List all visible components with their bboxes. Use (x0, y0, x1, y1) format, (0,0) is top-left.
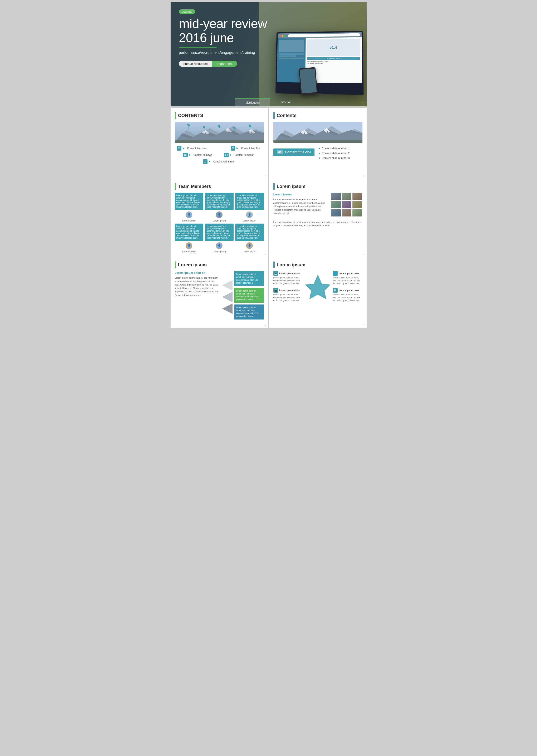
team-name-6: Lorem ipsum (243, 250, 256, 253)
slide2b-content: 01 Content title one Content slide numbe… (273, 146, 362, 160)
item-04: 04 Content item four (224, 153, 255, 157)
star-item-tl-header: 💻 Lorem ipsum dolor (273, 271, 303, 276)
slide-4a: Lorem ipsum Lorem ipsum dolor sit Lorem … (171, 257, 268, 328)
lorem-text: Lorem ipsum Lorem ipsum dolor sit amet, … (273, 193, 328, 217)
team-name-5: Lorem ipsum (213, 250, 226, 253)
star-right-col: 🌐 Lorem ipsum dolor Lorem ipsum dolor si… (333, 271, 362, 302)
photo-3 (352, 193, 362, 200)
slide-4a-title: Lorem ipsum (178, 262, 207, 268)
team-grid: Lorem ipsum dolor sit amet, eos numquam … (175, 193, 264, 253)
content-items-layout: 01 Content item one 05 Content item five… (175, 146, 264, 164)
bullet-1: Content slide number 1 (319, 146, 350, 151)
avatar-6: 👤 (246, 242, 253, 249)
mountain-visual-2a (175, 122, 264, 143)
green-bar-3a (175, 183, 176, 190)
process-box-1: Lorem ipsum dolor sit amet, eos numquam … (234, 271, 264, 286)
star-svg (304, 273, 331, 300)
teal-bar-3b (273, 183, 275, 190)
icon-globe: 🌐 (333, 271, 338, 276)
item-01: 01 Content item one (177, 146, 208, 150)
num-01: 01 (177, 146, 182, 150)
teal-bar-4b (273, 262, 275, 268)
star-item-tl: 💻 Lorem ipsum dolor Lorem ipsum dolor si… (273, 271, 303, 285)
item-bl-label: Lorem ipsum dolor (279, 289, 300, 292)
slide1-tabs: distribution direction (235, 99, 302, 106)
slide1-content: pptonna mid-year review2016 june perform… (171, 2, 367, 74)
star-item-tr: 🌐 Lorem ipsum dolor Lorem ipsum dolor si… (333, 271, 362, 285)
arrow-03 (209, 161, 210, 163)
arrow-left-2 (222, 292, 232, 302)
tab-direction[interactable]: direction (270, 99, 302, 106)
arrow-left-1 (222, 280, 232, 290)
icon-refresh: 🔄 (333, 288, 338, 293)
mountain-visual-2b (273, 122, 362, 143)
slide4a-content: Lorem ipsum dolor sit Lorem ipsum dolor … (175, 271, 264, 319)
slide-4b-title: Lorem ipsum (277, 262, 306, 268)
team-name-4: Lorem ipsum (182, 250, 196, 253)
tag-hr: human resources (179, 61, 212, 67)
team-member-2: Lorem ipsum dolor sit amet, eos numquam … (205, 193, 233, 222)
page-num-3a: 4 (265, 253, 266, 256)
item-03: 03 Content item three (203, 159, 236, 164)
photo-5 (342, 201, 351, 208)
dot-2 (319, 153, 320, 154)
brand-tag: pptonna (179, 9, 195, 14)
slide-3b-header: Lorem ipsum (273, 183, 362, 190)
box-num: 01 (277, 150, 283, 154)
tag-dept: department (212, 61, 237, 67)
team-name-1: Lorem ipsum (182, 219, 196, 222)
team-member-3: Lorem ipsum dolor sit amet, eos numquam … (235, 193, 264, 222)
team-card-4: Lorem ipsum dolor sit amet, eos numquam … (175, 224, 203, 241)
num-05: 05 (231, 146, 235, 150)
lorem-body: Lorem ipsum dolor sit amet, eos numquam … (273, 198, 328, 215)
photo-8 (342, 209, 351, 217)
slide4a-body: Lorem ipsum dolor sit amet, eos numquam … (175, 276, 219, 297)
avatar-3: 👤 (246, 211, 253, 218)
process-boxes: Lorem ipsum dolor sit amet, eos numquam … (234, 271, 264, 319)
svg-marker-15 (222, 280, 232, 290)
page-num-2b: 3 (363, 175, 364, 177)
label-03: Content item three (212, 160, 236, 163)
slide-2b: Contents 01 Content title one (269, 107, 367, 179)
page-number-1: 1 (362, 102, 364, 105)
arrows-col (222, 271, 232, 319)
label-01: Content item one (186, 147, 208, 150)
svg-rect-14 (273, 140, 362, 143)
avatar-2: 👤 (216, 211, 223, 218)
star-item-bl-header: 🎬 Lorem ipsum dolor (273, 288, 303, 293)
svg-marker-16 (222, 292, 232, 302)
item-05: 05 Content item five (231, 146, 262, 150)
lorem-content: Lorem ipsum Lorem ipsum dolor sit amet, … (273, 193, 362, 217)
star-center (304, 273, 331, 300)
tab-distribution[interactable]: distribution (235, 99, 270, 106)
star-item-tr-header: 🌐 Lorem ipsum dolor (333, 271, 362, 276)
slide-2a: CONTENTS (171, 107, 268, 179)
star-layout: 💻 Lorem ipsum dolor Lorem ipsum dolor si… (273, 271, 362, 302)
label-04: Content item four (233, 153, 255, 157)
slide1-subtitle: performance/recruitment/engagement/train… (179, 51, 358, 55)
num-03: 03 (203, 159, 208, 164)
slide-3a-header: Team Members (175, 183, 264, 190)
star-item-bl: 🎬 Lorem ipsum dolor Lorem ipsum dolor si… (273, 288, 303, 302)
label-05: Content item five (239, 147, 262, 150)
slide4a-section-title: Lorem ipsum dolor sit (175, 271, 219, 274)
slide-2b-title: Contents (277, 113, 297, 118)
item-02: 02 Content item two (183, 153, 214, 157)
team-card-1: Lorem ipsum dolor sit amet, eos numquam … (175, 193, 203, 210)
team-card-5: Lorem ipsum dolor sit amet, eos numquam … (205, 224, 233, 241)
item-bl-text: Lorem ipsum dolor sit amet, eos numquam … (273, 293, 303, 302)
green-bar (175, 112, 176, 119)
process-box-3: Lorem ipsum dolor sit amet, eos numquam … (234, 305, 264, 319)
arrow-02 (189, 154, 190, 156)
slide-4b: Lorem ipsum 💻 Lorem ipsum dolor Lorem ip… (269, 257, 367, 328)
slide-2a-title: CONTENTS (178, 113, 203, 118)
slides-row-4: Lorem ipsum Lorem ipsum dolor sit Lorem … (171, 257, 367, 328)
icon-laptop: 💻 (273, 271, 278, 276)
slide-3a-title: Team Members (178, 184, 211, 189)
team-member-5: Lorem ipsum dolor sit amet, eos numquam … (205, 224, 233, 253)
avatar-1: 👤 (186, 211, 192, 218)
bullet-list: Content slide number 1 Content slide num… (319, 146, 350, 160)
star-item-br: 🔄 Lorem ipsum dolor Lorem ipsum dolor si… (333, 288, 362, 302)
lorem-footer: Lorem ipsum dolor sit amet, eos numquam … (273, 221, 362, 227)
slides-row-2: CONTENTS (171, 107, 367, 179)
